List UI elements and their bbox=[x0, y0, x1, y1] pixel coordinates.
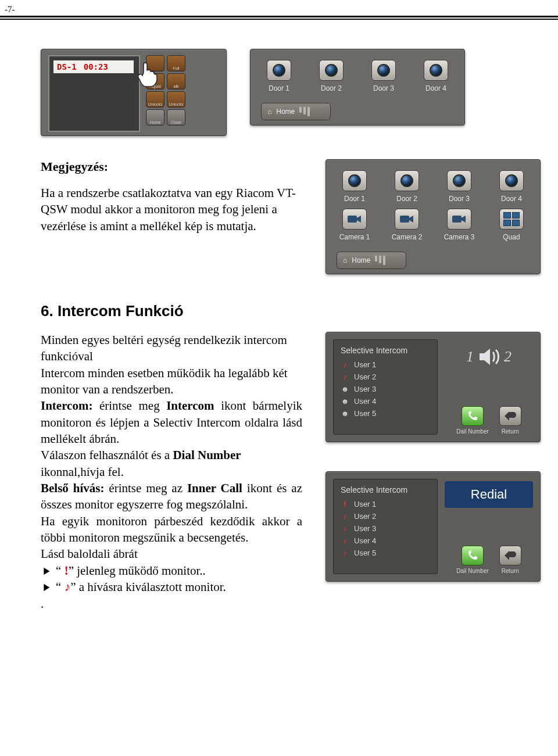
exclaim-icon: ! bbox=[65, 564, 69, 578]
dial-number-button[interactable] bbox=[462, 406, 484, 426]
user1-label: User 1 bbox=[354, 360, 376, 369]
camera-lens-icon bbox=[273, 64, 285, 77]
quad-button[interactable] bbox=[499, 209, 524, 230]
door2-button[interactable] bbox=[319, 60, 344, 81]
camera-lens-icon bbox=[505, 174, 518, 187]
camera-lens-icon bbox=[325, 64, 338, 77]
return-button[interactable] bbox=[499, 406, 521, 426]
count-2: 2 bbox=[504, 349, 512, 364]
line6: Ha egyik monitoron párbeszéd kezdődik ak… bbox=[41, 513, 302, 546]
door1-button[interactable] bbox=[342, 170, 367, 191]
door1-button[interactable] bbox=[267, 60, 291, 81]
note-icon: ♪ bbox=[65, 580, 71, 594]
camera1-button[interactable] bbox=[342, 209, 367, 230]
ds-titlebar: DS-1 00:23 bbox=[53, 60, 134, 73]
note-paragraph: Ha a rendszerbe csatlakoztatva van egy R… bbox=[41, 185, 302, 234]
door2-label: Door 2 bbox=[321, 84, 342, 92]
return-icon bbox=[505, 411, 516, 421]
person-icon: ☻ bbox=[341, 397, 349, 406]
l5c: Inner Call bbox=[187, 481, 242, 495]
door2-button[interactable] bbox=[395, 170, 419, 191]
bullet2: ► “ ♪” a hívásra kiválasztott monitor. bbox=[41, 579, 302, 595]
section-title: 6. Intercom Funkció bbox=[41, 302, 541, 320]
music-note-icon: ♪ bbox=[341, 549, 349, 557]
user-item-3[interactable]: ♪User 3 bbox=[341, 522, 430, 535]
sound-indicator: 1 2 bbox=[445, 339, 533, 374]
user-item-1[interactable]: ♪User 1 bbox=[341, 359, 430, 371]
mini-btn-close[interactable]: Close bbox=[167, 109, 185, 126]
home-icon: ⌂ bbox=[267, 108, 271, 116]
svg-rect-0 bbox=[348, 216, 357, 223]
door4-button[interactable] bbox=[424, 60, 448, 81]
door1-label: Door 1 bbox=[269, 84, 289, 92]
page-number: -7- bbox=[0, 0, 558, 16]
intercom-word: Intercom bbox=[166, 399, 214, 413]
phone-icon bbox=[467, 550, 478, 561]
tap-hand-icon bbox=[134, 60, 160, 88]
dial-number-button[interactable] bbox=[462, 546, 484, 565]
b2b: ” a hívásra kiválasztott monitor. bbox=[70, 580, 226, 594]
screenshot-ds1-panel: DS-1 00:23 Full Adjust alk Unlocks Unloc… bbox=[41, 49, 227, 136]
music-note-icon: ♪ bbox=[341, 360, 349, 369]
camcorder-icon bbox=[399, 213, 414, 225]
music-note-icon: ♪ bbox=[341, 524, 349, 533]
mini-btn-unlock2[interactable]: Unlocks bbox=[167, 91, 185, 108]
user2-label: User 2 bbox=[354, 512, 376, 521]
line5: Belső hívás: érintse meg az Inner Call i… bbox=[41, 480, 302, 513]
user-item-4[interactable]: ☻User 4 bbox=[341, 395, 430, 407]
bullet1: ► “ !” jelenleg működő monitor.. bbox=[41, 562, 302, 579]
signal-bars-icon bbox=[375, 256, 385, 265]
home-label: Home bbox=[352, 256, 370, 264]
user5-label: User 5 bbox=[354, 549, 376, 557]
line1: Minden egyes beltéri egység rendelkezik … bbox=[41, 332, 302, 365]
music-note-icon: ♪ bbox=[341, 536, 349, 545]
user5-label: User 5 bbox=[354, 409, 376, 418]
user-item-3[interactable]: ☻User 3 bbox=[341, 383, 430, 395]
music-note-icon: ♪ bbox=[341, 512, 349, 521]
return-button[interactable] bbox=[499, 546, 521, 565]
home-bar[interactable]: ⌂ Home bbox=[337, 252, 406, 269]
user2-label: User 2 bbox=[354, 372, 376, 381]
camcorder-icon bbox=[452, 213, 467, 225]
svg-rect-1 bbox=[400, 216, 409, 223]
redial-button[interactable]: Redial bbox=[445, 481, 533, 508]
user-item-5[interactable]: ♪User 5 bbox=[341, 547, 430, 559]
user-item-5[interactable]: ☻User 5 bbox=[341, 407, 430, 420]
door3-button[interactable] bbox=[447, 170, 471, 191]
screenshot-doors-panel: Door 1 Door 2 Door 3 Door 4 ⌂ Home bbox=[250, 49, 465, 126]
b2a: “ bbox=[56, 580, 65, 594]
home-label: Home bbox=[276, 108, 295, 116]
user-item-1[interactable]: !User 1 bbox=[341, 498, 430, 510]
screenshot-doors-cams-panel: Door 1 Door 2 Door 3 Door 4 Camera 1 Cam… bbox=[326, 159, 541, 274]
user-item-2[interactable]: ♪User 2 bbox=[341, 371, 430, 383]
video-strip: DS-1 00:23 bbox=[48, 55, 140, 132]
intercom-description: Minden egyes beltéri egység rendelkezik … bbox=[41, 332, 302, 612]
camera2-button[interactable] bbox=[395, 209, 419, 230]
mini-btn-full[interactable]: Full bbox=[167, 55, 185, 71]
door4-label: Door 4 bbox=[501, 195, 522, 203]
intercom-prefix: Intercom: bbox=[41, 399, 92, 413]
camera2-label: Camera 2 bbox=[392, 233, 423, 241]
l5a: Belső hívás: bbox=[41, 481, 104, 495]
user-item-4[interactable]: ♪User 4 bbox=[341, 535, 430, 547]
mini-btn-unlock1[interactable]: Unlocks bbox=[146, 91, 164, 108]
return-label: Return bbox=[502, 428, 519, 435]
svg-rect-2 bbox=[452, 216, 462, 223]
mini-btn-home[interactable]: Home bbox=[146, 109, 164, 126]
header-rule bbox=[0, 16, 558, 20]
exclaim-icon: ! bbox=[341, 500, 349, 508]
intercom-panel-1: Selective Intercom ♪User 1 ♪User 2 ☻User… bbox=[326, 332, 541, 442]
door4-button[interactable] bbox=[499, 170, 524, 191]
camera-lens-icon bbox=[453, 174, 466, 187]
quad-label: Quad bbox=[503, 233, 520, 241]
camera3-button[interactable] bbox=[447, 209, 471, 230]
home-bar[interactable]: ⌂ Home bbox=[261, 103, 331, 120]
mini-btn-talk[interactable]: alk bbox=[167, 73, 185, 89]
user-item-2[interactable]: ♪User 2 bbox=[341, 510, 430, 522]
line7: Lásd baloldali ábrát bbox=[41, 546, 302, 562]
count-1: 1 bbox=[466, 349, 474, 364]
door3-button[interactable] bbox=[371, 60, 396, 81]
return-label: Return bbox=[502, 568, 519, 574]
dial-label: Dail Number bbox=[456, 428, 489, 435]
l4c: ikonnal,hívja fel. bbox=[41, 465, 124, 479]
